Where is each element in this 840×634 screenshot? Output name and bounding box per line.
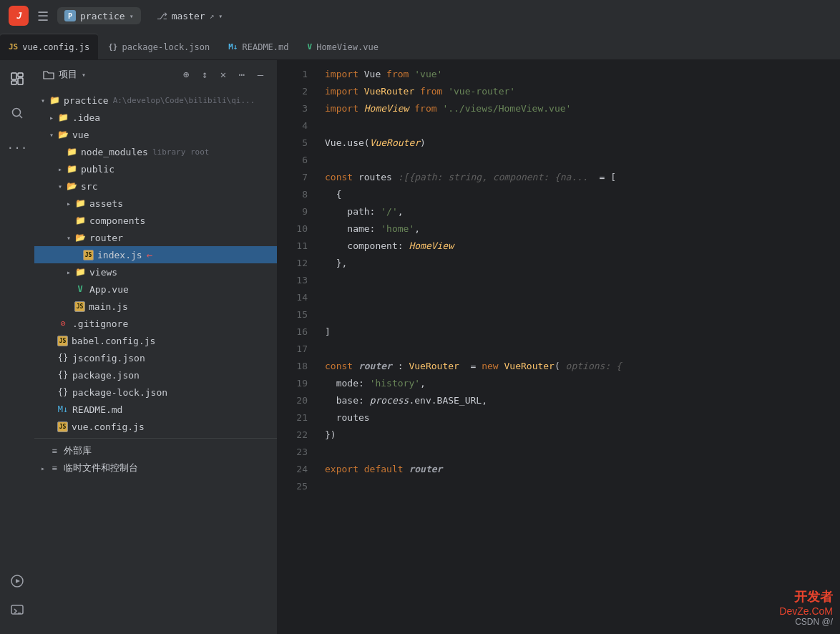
- sidebar-minimize-btn[interactable]: —: [253, 67, 268, 82]
- tab-label: package-lock.json: [122, 42, 210, 52]
- chevron-icon: ▸: [37, 462, 49, 474]
- tree-item-node-modules[interactable]: 📁 node_modules library root: [34, 143, 277, 160]
- svg-rect-0: [11, 73, 16, 79]
- tree-item-public[interactable]: ▸ 📁 public: [34, 160, 277, 177]
- tab-homeview[interactable]: V HomeView.vue: [299, 34, 387, 59]
- hamburger-menu-icon[interactable]: ☰: [37, 9, 49, 24]
- no-chevron: [72, 249, 83, 260]
- vue-file-icon: V: [74, 283, 86, 295]
- sidebar-close-btn[interactable]: ✕: [215, 67, 231, 82]
- code-content[interactable]: import Vue from 'vue' import VueRouter f…: [313, 60, 840, 634]
- sidebar-add-btn[interactable]: ⊕: [178, 67, 194, 82]
- tree-item-readme[interactable]: M↓ README.md: [34, 401, 277, 418]
- code-line-24: export default router: [325, 461, 840, 478]
- folder-open-icon: 📂: [66, 180, 77, 192]
- json-file-icon: {}: [57, 352, 69, 364]
- sidebar-more-btn[interactable]: ⋯: [234, 67, 250, 82]
- file-name: babel.config.js: [72, 336, 155, 346]
- folder-special-icon: 📁: [66, 146, 77, 157]
- tree-item-vue-config[interactable]: JS vue.config.js: [34, 418, 277, 435]
- code-line-10: name: 'home',: [325, 220, 840, 238]
- main-layout: ··· 项目 ▾ ⊕: [0, 60, 840, 634]
- code-line-12: },: [325, 255, 840, 272]
- file-name: README.md: [72, 404, 122, 415]
- activity-run-icon[interactable]: [4, 568, 30, 594]
- js-file-icon: JS: [57, 336, 68, 346]
- code-line-1: import Vue from 'vue': [325, 66, 840, 83]
- chevron-icon: ▸: [63, 197, 74, 209]
- tree-item-package-lock[interactable]: {} package-lock.json: [34, 384, 277, 401]
- tree-item-src[interactable]: ▾ 📂 src: [34, 177, 277, 195]
- file-name: vue.config.js: [72, 421, 145, 432]
- project-selector[interactable]: P practice ▾: [57, 7, 141, 24]
- tree-item-vue-folder[interactable]: ▾ 📂 vue: [34, 126, 277, 143]
- tree-item-assets[interactable]: ▸ 📁 assets: [34, 195, 277, 212]
- sidebar-sort-btn[interactable]: ↕: [197, 67, 213, 82]
- branch-selector[interactable]: ⎇ master ↗ ▾: [150, 8, 230, 24]
- file-name: router: [89, 233, 123, 243]
- tree-item-main-js[interactable]: JS main.js: [34, 298, 277, 315]
- tree-item-router[interactable]: ▾ 📂 router: [34, 229, 277, 246]
- svg-point-4: [13, 109, 21, 117]
- sidebar-header: 项目 ▾ ⊕ ↕ ✕ ⋯ —: [34, 60, 277, 89]
- activity-explorer-icon[interactable]: [4, 66, 30, 92]
- tab-vue-config[interactable]: JS vue.config.js: [0, 34, 98, 59]
- tree-item-views[interactable]: ▸ 📁 views: [34, 263, 277, 281]
- tree-item-package-json[interactable]: {} package.json: [34, 366, 277, 384]
- chevron-icon: ▸: [46, 112, 57, 123]
- no-chevron: [46, 318, 57, 329]
- tree-item-gitignore[interactable]: ⊘ .gitignore: [34, 315, 277, 332]
- chevron-icon: ▸: [63, 266, 74, 278]
- code-editor[interactable]: 1 2 3 4 5 6 7 8 9 10 11 12 13 14 15 16 1…: [278, 60, 840, 634]
- code-line-14: [325, 289, 840, 306]
- code-line-23: [325, 444, 840, 461]
- tree-item-jsconfig[interactable]: {} jsconfig.json: [34, 349, 277, 366]
- code-line-15: [325, 306, 840, 323]
- tab-readme[interactable]: M↓ README.md: [220, 34, 297, 59]
- arrow-indicator-icon: ←: [147, 249, 152, 260]
- file-name: assets: [89, 198, 123, 209]
- tree-item-components[interactable]: 📁 components: [34, 212, 277, 229]
- code-line-7: const routes :[{path: string, component:…: [325, 169, 840, 186]
- tree-item-index-js[interactable]: JS index.js ←: [34, 246, 277, 263]
- file-name: .idea: [72, 112, 100, 123]
- tree-item-babel[interactable]: JS babel.config.js: [34, 332, 277, 349]
- title-bar: J ☰ P practice ▾ ⎇ master ↗ ▾: [0, 0, 840, 31]
- folder-icon: 📁: [74, 266, 86, 278]
- folder-open-icon: 📂: [74, 232, 86, 243]
- no-chevron: [46, 335, 57, 346]
- file-name: 外部库: [64, 444, 92, 457]
- activity-more-icon[interactable]: ···: [4, 135, 30, 160]
- chevron-icon: ▾: [63, 232, 74, 243]
- md-file-icon: M↓: [57, 404, 69, 415]
- no-chevron: [46, 421, 57, 432]
- code-line-18: const router : VueRouter = new VueRouter…: [325, 358, 840, 375]
- sidebar-actions: ⊕ ↕ ✕ ⋯ —: [178, 67, 268, 82]
- tree-item-idea[interactable]: ▸ 📁 .idea: [34, 109, 277, 126]
- activity-terminal-icon[interactable]: [4, 597, 30, 623]
- no-chevron: [46, 352, 57, 364]
- no-chevron: [46, 404, 57, 415]
- tab-package-lock[interactable]: {} package-lock.json: [99, 34, 218, 59]
- file-name: .gitignore: [72, 318, 128, 329]
- tree-item-practice[interactable]: ▾ 📁 practice A:\develop\Code\bilibili\qi…: [34, 92, 277, 109]
- json-file-icon: {}: [57, 386, 69, 398]
- branch-icon: ⎇: [157, 11, 167, 21]
- no-chevron: [46, 369, 57, 381]
- project-icon: P: [64, 10, 76, 21]
- code-line-16: ]: [325, 323, 840, 341]
- json-file-icon: {}: [57, 369, 69, 381]
- tree-item-external-libs[interactable]: ≡ 外部库: [34, 442, 277, 459]
- file-name: package.json: [72, 370, 140, 381]
- file-name: views: [89, 267, 117, 278]
- js-file-icon: JS: [74, 301, 85, 312]
- file-name: App.vue: [89, 284, 129, 295]
- code-line-21: routes: [325, 409, 840, 426]
- tree-item-temp-console[interactable]: ▸ ≡ 临时文件和控制台: [34, 459, 277, 477]
- tab-label: HomeView.vue: [316, 42, 379, 52]
- temp-file-icon: ≡: [49, 462, 60, 474]
- tree-item-app-vue[interactable]: V App.vue: [34, 281, 277, 298]
- activity-search-icon[interactable]: [4, 100, 30, 126]
- activity-bar: ···: [0, 60, 34, 634]
- code-line-9: path: '/',: [325, 203, 840, 220]
